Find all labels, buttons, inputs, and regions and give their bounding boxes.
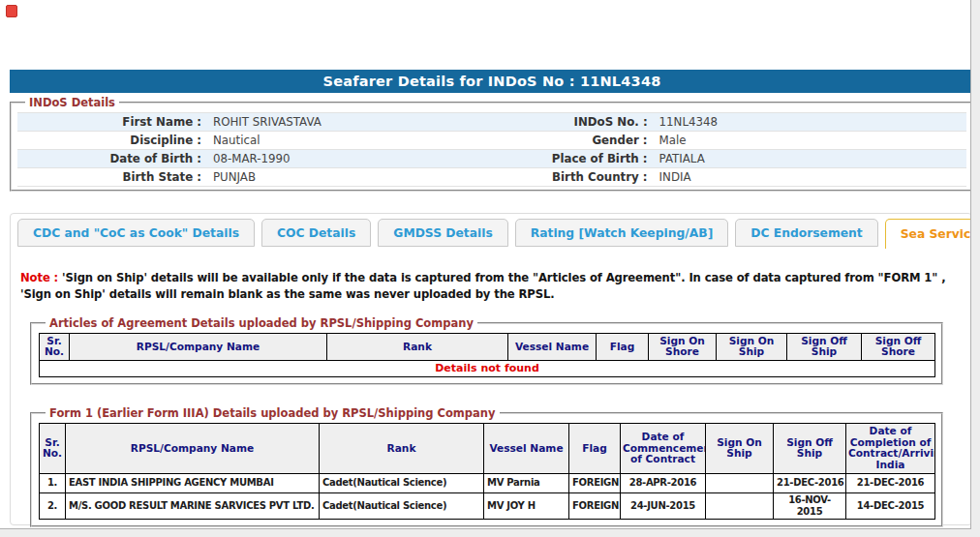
- field-value: Male: [654, 132, 966, 150]
- field-label: First Name :: [17, 113, 207, 132]
- column-header-vessel-name: Vessel Name: [508, 333, 597, 360]
- indos-details-fieldset: INDoS Details First Name :ROHIT SRIVASTA…: [10, 96, 971, 192]
- page-title: Seafarer Details for INDoS No : 11NL4348: [10, 70, 971, 93]
- column-header-sign-on-shore: Sign On Shore: [649, 333, 717, 360]
- column-header-rank: Rank: [327, 333, 508, 360]
- broken-image-icon: [6, 5, 17, 17]
- articles-of-agreement-table: Sr. No.RPSL/Company NameRankVessel NameF…: [39, 333, 935, 377]
- form1-legend: Form 1 (Earlier Form IIIA) Details uploa…: [46, 406, 500, 420]
- indos-row: Birth State :PUNJABBirth Country :INDIA: [17, 168, 966, 187]
- header-row: Sr. No.RPSL/Company NameRankVessel NameF…: [40, 423, 935, 473]
- column-header-sign-off-ship: Sign Off Ship: [787, 333, 862, 360]
- column-header-sign-on-ship: Sign On Ship: [717, 333, 787, 360]
- field-label: Date of Birth :: [17, 150, 207, 168]
- tab-sea-service-details[interactable]: Sea Service Details: [885, 219, 971, 249]
- column-header-sr-no: Sr. No.: [40, 423, 66, 473]
- table-cell: 21-DEC-2016: [846, 473, 935, 492]
- field-label: Place of Birth :: [492, 150, 654, 168]
- column-header-flag: Flag: [569, 423, 621, 473]
- table-cell: 28-APR-2016: [621, 473, 706, 492]
- table-cell: 16-NOV- 2015: [774, 492, 846, 519]
- note-text: Note : 'Sign on Ship' details will be av…: [20, 270, 960, 304]
- field-label: Discipline :: [17, 132, 207, 150]
- table-cell: 24-JUN-2015: [621, 492, 706, 519]
- table-cell: [706, 473, 774, 492]
- tab-panel: CDC and "CoC as Cook" DetailsCOC Details…: [10, 213, 971, 525]
- table-cell: 21-DEC-2016: [774, 473, 846, 492]
- empty-row: Details not found: [40, 360, 935, 376]
- table-cell: FOREIGN: [569, 492, 621, 519]
- form1-table: Sr. No.RPSL/Company NameRankVessel NameF…: [39, 423, 935, 520]
- field-value: Nautical: [207, 132, 492, 150]
- field-label: Birth State :: [17, 168, 207, 187]
- table-cell: EAST INDIA SHIPPING AGENCY MUMBAI: [66, 473, 320, 492]
- table-cell: 1.: [40, 473, 66, 492]
- table-row: 1.EAST INDIA SHIPPING AGENCY MUMBAICadet…: [40, 473, 935, 492]
- table-cell: Cadet(Nautical Science): [320, 473, 484, 492]
- table-cell: [706, 492, 774, 519]
- tab-cdc-and-coc-as-cook-details[interactable]: CDC and "CoC as Cook" Details: [17, 219, 255, 247]
- column-header-sign-on-ship: Sign On Ship: [706, 423, 774, 473]
- tab-gmdss-details[interactable]: GMDSS Details: [378, 219, 507, 247]
- indos-details-legend: INDoS Details: [25, 96, 119, 109]
- column-header-rank: Rank: [320, 423, 484, 473]
- field-value: PATIALA: [654, 150, 966, 168]
- indos-row: Discipline :NauticalGender :Male: [17, 132, 966, 150]
- tab-rating-watch-keeping-ab[interactable]: Rating [Watch Keeping/AB]: [515, 219, 729, 247]
- column-header-sign-off-ship: Sign Off Ship: [774, 423, 846, 473]
- indos-row: Date of Birth :08-MAR-1990Place of Birth…: [17, 150, 966, 168]
- note-label: Note :: [20, 271, 58, 284]
- field-label: INDoS No. :: [492, 113, 654, 132]
- field-value: 08-MAR-1990: [207, 150, 492, 168]
- column-header-sign-off-shore: Sign Off Shore: [862, 333, 935, 360]
- column-header-date-of-completion-of-contract-arriving-india: Date of Completion of Contract/Arriving …: [846, 423, 935, 473]
- field-value: PUNJAB: [207, 168, 492, 187]
- table-cell: FOREIGN: [569, 473, 621, 492]
- empty-message: Details not found: [40, 360, 935, 376]
- column-header-sr-no: Sr. No.: [40, 333, 70, 360]
- field-label: Birth Country :: [492, 168, 654, 187]
- header-row: Sr. No.RPSL/Company NameRankVessel NameF…: [40, 333, 935, 360]
- note-body: 'Sign on Ship' details will be available…: [20, 271, 945, 301]
- tab-coc-details[interactable]: COC Details: [261, 219, 371, 247]
- tab-dc-endorsement[interactable]: DC Endorsement: [735, 219, 877, 247]
- field-value: ROHIT SRIVASTAVA: [207, 113, 492, 132]
- column-header-rpsl-company-name: RPSL/Company Name: [70, 333, 327, 360]
- browser-page: Seafarer Details for INDoS No : 11NL4348…: [0, 0, 971, 529]
- field-value: INDIA: [654, 168, 966, 187]
- indos-details-table: First Name :ROHIT SRIVASTAVAINDoS No. :1…: [17, 112, 966, 187]
- articles-of-agreement-fieldset: Articles of Agreement Details uploaded b…: [30, 316, 943, 385]
- table-cell: MV JOY H: [484, 492, 569, 519]
- table-cell: 2.: [40, 492, 66, 519]
- table-cell: Cadet(Nautical Science): [320, 492, 484, 519]
- column-header-vessel-name: Vessel Name: [484, 423, 569, 473]
- tab-strip: CDC and "CoC as Cook" DetailsCOC Details…: [17, 219, 971, 249]
- column-header-date-of-commencement-of-contract: Date of Commencement of Contract: [621, 423, 706, 473]
- indos-row: First Name :ROHIT SRIVASTAVAINDoS No. :1…: [17, 113, 966, 132]
- table-row: 2.M/S. GOOD RESULT MARINE SARVICES PVT L…: [40, 492, 935, 519]
- articles-of-agreement-legend: Articles of Agreement Details uploaded b…: [46, 316, 477, 330]
- field-value: 11NL4348: [654, 113, 966, 132]
- table-cell: 14-DEC-2015: [846, 492, 935, 519]
- form1-fieldset: Form 1 (Earlier Form IIIA) Details uploa…: [30, 406, 943, 527]
- column-header-flag: Flag: [597, 333, 649, 360]
- table-cell: M/S. GOOD RESULT MARINE SARVICES PVT LTD…: [66, 492, 320, 519]
- table-cell: MV Parnia: [484, 473, 569, 492]
- field-label: Gender :: [492, 132, 654, 150]
- column-header-rpsl-company-name: RPSL/Company Name: [66, 423, 320, 473]
